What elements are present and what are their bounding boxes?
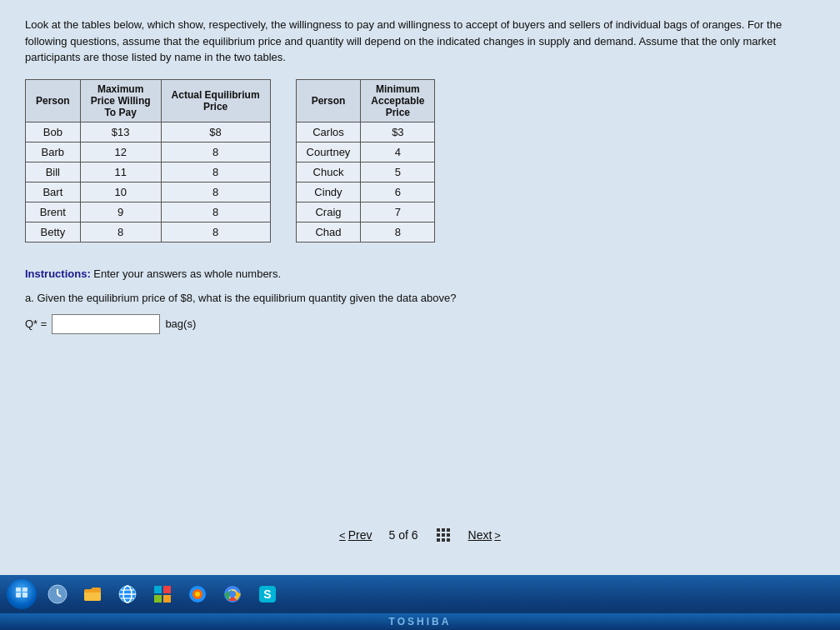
svg-rect-1 <box>16 592 21 598</box>
clock-taskbar-icon[interactable] <box>42 578 73 610</box>
navigation-bar: < Prev 5 of 6 Next > <box>0 528 840 542</box>
windows-taskbar-icon[interactable] <box>147 578 178 610</box>
max-price: 9 <box>80 202 161 222</box>
instructions-text: Enter your answers as whole numbers. <box>91 268 281 280</box>
table-row: Courtney 4 <box>296 142 435 162</box>
firefox-taskbar-icon[interactable] <box>182 578 213 610</box>
eq-price: 8 <box>161 182 270 202</box>
table-row: Cindy 6 <box>296 182 435 202</box>
main-content: Look at the tables below, which show, re… <box>0 0 840 575</box>
table-row: Barb 12 8 <box>26 142 271 162</box>
seller-name: Carlos <box>296 122 361 142</box>
eq-price: $8 <box>161 122 270 142</box>
next-label[interactable]: Next <box>468 528 492 542</box>
eq-price: 8 <box>161 222 270 242</box>
buyers-table: Person MaximumPrice WillingTo Pay Actual… <box>25 79 271 242</box>
buyer-name: Barb <box>26 142 81 162</box>
svg-rect-13 <box>154 586 162 593</box>
taskbar-brand: TOSHIBA <box>0 613 840 630</box>
col-header-person-buyer: Person <box>26 79 81 122</box>
table-row: Craig 7 <box>296 202 435 222</box>
answer-row: Q* = bag(s) <box>25 314 815 334</box>
seller-name: Courtney <box>296 142 361 162</box>
table-row: Chuck 5 <box>296 162 435 182</box>
col-header-max-price: MaximumPrice WillingTo Pay <box>80 79 161 122</box>
prev-label[interactable]: Prev <box>348 528 372 542</box>
start-button[interactable] <box>7 579 37 609</box>
table-row: Bill 11 8 <box>26 162 271 182</box>
quantity-input[interactable] <box>52 314 160 334</box>
svg-rect-2 <box>22 592 28 598</box>
svg-rect-14 <box>163 586 171 593</box>
min-price: 6 <box>361 182 435 202</box>
max-price: 10 <box>80 182 161 202</box>
table-row: Chad 8 <box>296 222 435 242</box>
page-info: 5 of 6 <box>388 528 418 542</box>
table-row: Betty 8 8 <box>26 222 271 242</box>
max-price: 8 <box>80 222 161 242</box>
next-arrow-icon: > <box>494 529 501 542</box>
svg-point-22 <box>229 591 236 598</box>
min-price: 8 <box>361 222 435 242</box>
answer-units: bag(s) <box>165 318 196 330</box>
svg-rect-16 <box>163 595 171 602</box>
min-price: 5 <box>361 162 435 182</box>
prev-arrow-icon: < <box>339 529 346 542</box>
buyer-name: Betty <box>26 222 81 242</box>
seller-name: Craig <box>296 202 361 222</box>
instructions-label: Instructions: <box>25 268 91 280</box>
intro-paragraph: Look at the tables below, which show, re… <box>25 17 808 66</box>
max-price: 12 <box>80 142 161 162</box>
eq-price: 8 <box>161 202 270 222</box>
svg-rect-3 <box>16 588 21 592</box>
ie-taskbar-icon[interactable] <box>112 578 143 610</box>
question-a: a. Given the equilibrium price of $8, wh… <box>25 292 815 304</box>
table-row: Bart 10 8 <box>26 182 271 202</box>
seller-name: Chuck <box>296 162 361 182</box>
s-app-taskbar-icon[interactable]: S <box>252 578 283 610</box>
chrome-taskbar-icon[interactable] <box>217 578 248 610</box>
instructions-section: Instructions: Enter your answers as whol… <box>25 268 815 280</box>
eq-price: 8 <box>161 142 270 162</box>
min-price: 4 <box>361 142 435 162</box>
svg-rect-15 <box>154 595 162 602</box>
max-price: 11 <box>80 162 161 182</box>
eq-price: 8 <box>161 162 270 182</box>
prev-button[interactable]: < Prev <box>339 528 372 542</box>
answer-label: Q* = <box>25 318 47 330</box>
tables-container: Person MaximumPrice WillingTo Pay Actual… <box>25 79 815 242</box>
seller-name: Cindy <box>296 182 361 202</box>
col-header-person-seller: Person <box>296 79 361 122</box>
grid-icon[interactable] <box>437 528 450 542</box>
max-price: $13 <box>80 122 161 142</box>
toshiba-label: TOSHIBA <box>389 616 452 628</box>
table-row: Bob $13 $8 <box>26 122 271 142</box>
col-header-actual-eq: Actual EquilibriumPrice <box>161 79 270 122</box>
svg-point-19 <box>195 592 200 597</box>
svg-text:S: S <box>263 588 271 601</box>
min-price: 7 <box>361 202 435 222</box>
svg-rect-4 <box>22 588 28 592</box>
min-price: $3 <box>361 122 435 142</box>
folder-taskbar-icon[interactable] <box>77 578 108 610</box>
buyer-name: Bob <box>26 122 81 142</box>
seller-name: Chad <box>296 222 361 242</box>
buyer-name: Brent <box>26 202 81 222</box>
sellers-table: Person MinimumAcceptablePrice Carlos $3 … <box>296 79 436 242</box>
table-row: Brent 9 8 <box>26 202 271 222</box>
table-row: Carlos $3 <box>296 122 435 142</box>
next-button[interactable]: Next > <box>468 528 501 542</box>
taskbar: S TOSHIBA <box>0 575 840 630</box>
taskbar-top: S <box>0 575 840 613</box>
buyer-name: Bill <box>26 162 81 182</box>
taskbar-icons: S <box>42 578 283 610</box>
buyer-name: Bart <box>26 182 81 202</box>
col-header-min-price: MinimumAcceptablePrice <box>361 79 435 122</box>
